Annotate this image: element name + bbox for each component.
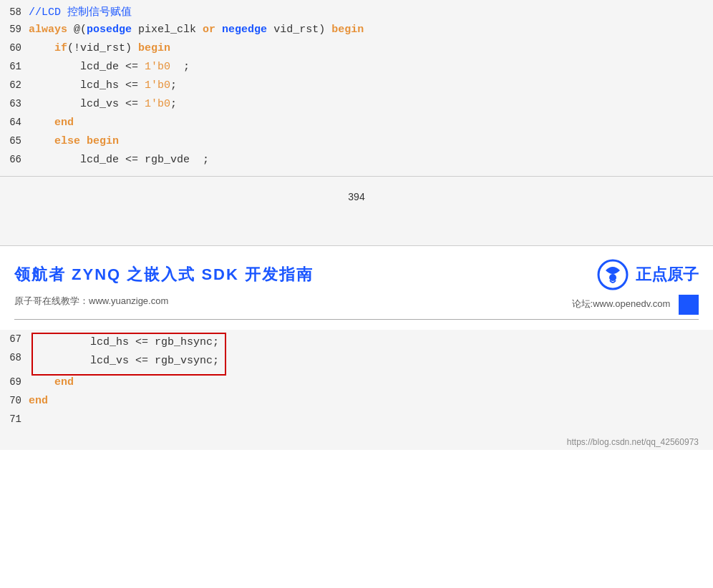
red-box-highlight: lcd_hs <= rgb_hsync; lcd_vs <= rgb_vsync…: [31, 333, 226, 376]
line-number: 66: [0, 154, 29, 165]
code-line: 60 if(!vid_rst) begin: [0, 41, 713, 60]
svg-point-1: [609, 274, 616, 281]
line-number: 68: [0, 352, 29, 363]
logo-svg: [596, 258, 630, 292]
line-number: 71: [0, 413, 29, 425]
line-content: lcd_hs <= rgb_hsync;: [39, 336, 219, 348]
line-content: if(!vid_rst) begin: [29, 42, 170, 54]
footer-top: 领航者 ZYNQ 之嵌入式 SDK 开发指南 正点原子: [14, 258, 699, 292]
code-line: 64 end: [0, 116, 713, 134]
code-line: 70end: [0, 394, 713, 413]
line-content: lcd_vs <= rgb_vsync;: [39, 355, 219, 367]
footer-subtitle-right: 论坛:www.openedv.com: [572, 295, 699, 315]
line-number: 60: [0, 42, 29, 54]
highlighted-block: 6768 lcd_hs <= rgb_hsync; lcd_vs <= rgb_…: [0, 333, 713, 376]
line-number: 64: [0, 117, 29, 128]
code-line: 58//LCD 控制信号赋值: [0, 4, 713, 23]
line-number: 63: [0, 98, 29, 109]
line-content: //LCD 控制信号赋值: [29, 5, 132, 19]
line-content: always @(posedge pixel_clk or negedge vi…: [29, 24, 364, 36]
line-content: end: [29, 395, 48, 407]
line-number: 62: [0, 79, 29, 91]
line-content: end: [29, 117, 74, 129]
line-content: lcd_de <= rgb_vde ;: [29, 154, 209, 166]
line-content: lcd_hs <= 1'b0;: [29, 79, 177, 92]
code-line: 61 lcd_de <= 1'b0 ;: [0, 60, 713, 79]
line-content: end: [29, 376, 74, 388]
line-number: 67: [0, 333, 29, 345]
line-number: 70: [0, 395, 29, 406]
code-line-number: 68: [0, 351, 29, 370]
code-line: 63 lcd_vs <= 1'b0;: [0, 97, 713, 116]
footer-title: 领航者 ZYNQ 之嵌入式 SDK 开发指南: [14, 264, 314, 285]
line-number: 65: [0, 135, 29, 147]
bottom-url: https://blog.csdn.net/qq_42560973: [567, 437, 699, 447]
code-line-content: lcd_vs <= rgb_vsync;: [39, 354, 219, 373]
code-line-content: lcd_hs <= rgb_hsync;: [39, 335, 219, 354]
code-line: 66 lcd_de <= rgb_vde ;: [0, 153, 713, 172]
code-line: 62 lcd_hs <= 1'b0;: [0, 79, 713, 97]
line-content: else begin: [29, 135, 119, 147]
code-line: 71: [0, 413, 713, 431]
line-content: lcd_de <= 1'b0 ;: [29, 61, 190, 73]
code-section-top: 58//LCD 控制信号赋值59always @(posedge pixel_c…: [0, 0, 713, 177]
footer-logo: 正点原子: [596, 258, 699, 292]
code-line: 65 else begin: [0, 134, 713, 153]
line-number: 61: [0, 61, 29, 72]
footer-subtitle: 原子哥在线教学：www.yuanzige.com 论坛:www.openedv.…: [14, 295, 699, 320]
line-number: 69: [0, 376, 29, 388]
code-section-bottom: 6768 lcd_hs <= rgb_hsync; lcd_vs <= rgb_…: [0, 330, 713, 434]
page-number: 394: [348, 191, 364, 202]
footer-section: 领航者 ZYNQ 之嵌入式 SDK 开发指南 正点原子 原子哥在线教学：www.…: [0, 246, 713, 330]
code-line: 69 end: [0, 376, 713, 394]
logo-text: 正点原子: [636, 264, 699, 285]
footer-subtitle-left: 原子哥在线教学：www.yuanzige.com: [14, 295, 168, 315]
page-number-area: 394: [0, 177, 713, 245]
blue-square-decoration: [679, 295, 699, 315]
line-number: 58: [0, 6, 29, 18]
code-line-number: 67: [0, 333, 29, 351]
code-line: 59always @(posedge pixel_clk or negedge …: [0, 23, 713, 41]
line-content: lcd_vs <= 1'b0;: [29, 98, 177, 110]
bottom-bar: https://blog.csdn.net/qq_42560973: [0, 434, 713, 450]
line-number: 59: [0, 24, 29, 35]
